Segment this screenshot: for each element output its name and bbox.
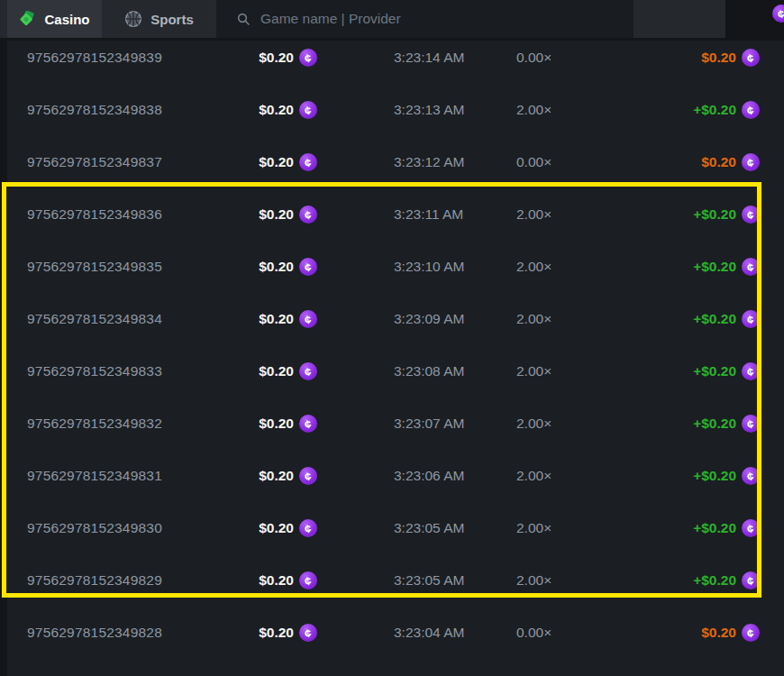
payout-amount: +$0.20 — [693, 416, 736, 432]
tab-casino[interactable]: Casino — [7, 0, 102, 38]
payout-amount: +$0.20 — [693, 102, 736, 118]
coin-icon: ¢ — [299, 206, 317, 224]
table-row[interactable]: 97562978152349831 $0.20 ¢ 3:23:06 AM 2.0… — [7, 450, 784, 502]
coin-icon: ¢ — [742, 362, 760, 380]
bet-amount: $0.20 — [259, 363, 294, 379]
table-row[interactable]: 97562978152349835 $0.20 ¢ 3:23:10 AM 2.0… — [7, 241, 784, 293]
bet-multiplier: 2.00× — [516, 259, 606, 275]
payout-cell: +$0.20 ¢ — [606, 362, 760, 380]
payout-cell: +$0.20 ¢ — [606, 258, 760, 276]
bet-id: 97562978152349839 — [27, 50, 254, 66]
coin-icon: ¢ — [742, 310, 760, 328]
bet-amount: $0.20 — [259, 206, 294, 223]
bet-multiplier: 2.00× — [516, 416, 606, 432]
coin-icon: ¢ — [742, 467, 760, 485]
payout-amount: $0.20 — [701, 50, 736, 66]
bet-amount: $0.20 — [259, 102, 294, 118]
payout-cell: $0.20 ¢ — [606, 153, 760, 171]
bet-id: 97562978152349829 — [27, 572, 254, 589]
bet-time: 3:23:05 AM — [394, 520, 516, 536]
bet-time: 3:23:06 AM — [394, 468, 516, 484]
table-row[interactable]: 97562978152349839 $0.20 ¢ 3:23:14 AM 0.0… — [7, 41, 784, 84]
bets-table-body: 97562978152349839 $0.20 ¢ 3:23:14 AM 0.0… — [7, 41, 784, 659]
casino-cards-icon — [19, 11, 36, 28]
bet-id: 97562978152349837 — [27, 154, 254, 170]
bet-amount-cell: $0.20 ¢ — [254, 571, 317, 589]
payout-amount: +$0.20 — [693, 206, 736, 223]
coin-icon: ¢ — [299, 624, 317, 642]
table-row[interactable]: 97562978152349834 $0.20 ¢ 3:23:09 AM 2.0… — [7, 293, 784, 345]
balance-coin-icon[interactable]: ¢ — [772, 5, 784, 23]
search-icon — [236, 12, 251, 26]
bet-amount: $0.20 — [259, 311, 294, 327]
table-row[interactable]: 97562978152349830 $0.20 ¢ 3:23:05 AM 2.0… — [7, 502, 784, 554]
bet-time: 3:23:12 AM — [394, 154, 516, 170]
bet-amount-cell: $0.20 ¢ — [254, 519, 317, 537]
bet-id: 97562978152349835 — [27, 259, 254, 275]
bet-amount: $0.20 — [259, 416, 294, 432]
bet-multiplier: 0.00× — [516, 625, 606, 641]
bet-amount: $0.20 — [259, 154, 294, 170]
bet-amount-cell: $0.20 ¢ — [254, 362, 317, 380]
bet-time: 3:23:10 AM — [394, 259, 516, 275]
bet-id: 97562978152349828 — [27, 625, 254, 641]
payout-cell: +$0.20 ¢ — [606, 310, 760, 328]
coin-icon: ¢ — [742, 571, 760, 589]
table-row[interactable]: 97562978152349837 $0.20 ¢ 3:23:12 AM 0.0… — [7, 136, 784, 188]
bet-multiplier: 2.00× — [516, 363, 606, 379]
bet-id: 97562978152349831 — [27, 468, 254, 484]
bet-time: 3:23:04 AM — [394, 625, 516, 641]
bet-multiplier: 2.00× — [516, 572, 606, 589]
coin-icon: ¢ — [742, 624, 760, 642]
coin-icon: ¢ — [742, 101, 760, 119]
payout-amount: +$0.20 — [693, 363, 736, 379]
bet-time: 3:23:11 AM — [394, 206, 516, 223]
payout-amount: +$0.20 — [693, 572, 736, 589]
payout-cell: +$0.20 ¢ — [606, 415, 760, 433]
bet-amount-cell: $0.20 ¢ — [254, 153, 317, 171]
bets-table: 97562978152349839 $0.20 ¢ 3:23:14 AM 0.0… — [7, 41, 784, 676]
bet-id: 97562978152349838 — [27, 102, 254, 118]
table-row[interactable]: 97562978152349833 $0.20 ¢ 3:23:08 AM 2.0… — [7, 345, 784, 397]
payout-cell: +$0.20 ¢ — [606, 467, 760, 485]
payout-amount: +$0.20 — [693, 311, 736, 327]
bet-amount-cell: $0.20 ¢ — [254, 258, 317, 276]
search-input[interactable] — [260, 0, 634, 38]
table-row[interactable]: 97562978152349836 $0.20 ¢ 3:23:11 AM 2.0… — [7, 188, 784, 241]
payout-amount: +$0.20 — [693, 259, 736, 275]
payout-amount: $0.20 — [701, 154, 736, 170]
bet-amount: $0.20 — [259, 520, 294, 536]
bet-amount-cell: $0.20 ¢ — [254, 415, 317, 433]
bet-time: 3:23:13 AM — [394, 102, 516, 118]
coin-icon: ¢ — [742, 153, 760, 171]
coin-icon: ¢ — [299, 49, 317, 67]
basketball-icon — [124, 10, 142, 28]
table-row[interactable]: 97562978152349838 $0.20 ¢ 3:23:13 AM 2.0… — [7, 84, 784, 136]
payout-cell: $0.20 ¢ — [606, 49, 760, 67]
bet-multiplier: 2.00× — [516, 206, 606, 223]
bet-multiplier: 0.00× — [516, 50, 606, 66]
coin-icon: ¢ — [742, 206, 760, 224]
bet-amount-cell: $0.20 ¢ — [254, 624, 317, 642]
payout-cell: +$0.20 ¢ — [606, 206, 760, 224]
bet-amount-cell: $0.20 ¢ — [254, 49, 317, 67]
coin-icon: ¢ — [299, 258, 317, 276]
bet-amount: $0.20 — [259, 50, 294, 66]
bet-multiplier: 2.00× — [516, 102, 606, 118]
coin-icon: ¢ — [299, 519, 317, 537]
table-row[interactable]: 97562978152349829 $0.20 ¢ 3:23:05 AM 2.0… — [7, 554, 784, 607]
table-row[interactable]: 97562978152349832 $0.20 ¢ 3:23:07 AM 2.0… — [7, 397, 784, 450]
payout-amount: $0.20 — [701, 625, 736, 641]
coin-icon: ¢ — [299, 571, 317, 589]
bet-amount-cell: $0.20 ¢ — [254, 467, 317, 485]
payout-amount: +$0.20 — [693, 468, 736, 484]
search-bar — [216, 0, 634, 38]
tab-sports[interactable]: Sports — [102, 0, 216, 38]
coin-icon: ¢ — [299, 310, 317, 328]
bet-time: 3:23:14 AM — [394, 50, 516, 66]
payout-cell: $0.20 ¢ — [606, 624, 760, 642]
bet-time: 3:23:07 AM — [394, 416, 516, 432]
table-row[interactable]: 97562978152349828 $0.20 ¢ 3:23:04 AM 0.0… — [7, 607, 784, 659]
bet-time: 3:23:09 AM — [394, 311, 516, 327]
coin-icon: ¢ — [299, 415, 317, 433]
